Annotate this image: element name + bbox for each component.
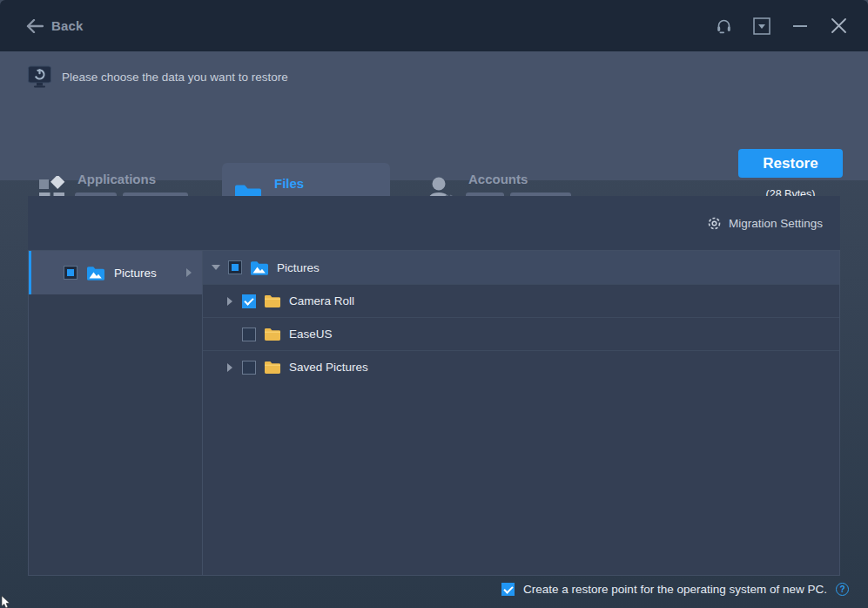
minimize-icon[interactable] xyxy=(791,17,809,35)
yellow-folder-icon xyxy=(264,328,281,341)
restore-prompt-text: Please choose the data you want to resto… xyxy=(62,71,288,84)
close-icon[interactable] xyxy=(830,17,847,35)
tree-checkbox-camera-roll[interactable] xyxy=(242,294,256,308)
restore-prompt: Please choose the data you want to resto… xyxy=(28,65,288,89)
file-tree-panel: Pictures Camera Roll EaseUS xyxy=(203,250,840,576)
app-window: Back xyxy=(0,0,868,608)
chevron-right-icon xyxy=(186,268,192,277)
tree-row-label: EaseUS xyxy=(289,328,333,341)
migration-settings-button[interactable]: Migration Settings xyxy=(729,217,823,230)
tree-checkbox-pictures[interactable] xyxy=(228,260,242,274)
expander-collapsed-icon[interactable] xyxy=(225,363,234,372)
window-controls xyxy=(715,17,847,35)
restore-button[interactable]: Restore xyxy=(738,149,843,178)
back-label: Back xyxy=(51,18,84,33)
tree-row-pictures[interactable]: Pictures xyxy=(203,251,839,284)
tab-applications-label: Applications xyxy=(77,172,188,186)
category-list-panel: Pictures xyxy=(28,250,203,576)
pictures-folder-icon xyxy=(250,260,269,275)
list-item-pictures[interactable]: Pictures xyxy=(29,251,202,294)
tree-row-camera-roll[interactable]: Camera Roll xyxy=(203,284,839,317)
expander-expanded-icon[interactable] xyxy=(212,265,220,270)
gear-icon xyxy=(707,216,722,231)
expander-collapsed-icon[interactable] xyxy=(225,297,234,306)
pictures-checkbox[interactable] xyxy=(64,266,77,280)
restore-point-checkbox[interactable] xyxy=(501,583,515,596)
back-arrow-icon xyxy=(26,19,44,33)
header-strip: Please choose the data you want to resto… xyxy=(0,51,868,180)
tree-checkbox-easeus[interactable] xyxy=(242,328,256,341)
list-item-label: Pictures xyxy=(114,267,157,280)
window-menu-icon[interactable] xyxy=(753,17,770,35)
restore-point-label: Create a restore point for the operating… xyxy=(523,583,827,596)
restore-area: Restore (28 Bytes) xyxy=(738,149,843,200)
tree-row-easeus[interactable]: EaseUS xyxy=(203,317,839,350)
migration-settings-bar: Migration Settings xyxy=(28,196,840,250)
titlebar: Back xyxy=(0,0,868,51)
yellow-folder-icon xyxy=(264,294,281,308)
pictures-folder-icon xyxy=(86,266,105,280)
monitor-restore-icon xyxy=(28,65,51,89)
tree-row-label: Saved Pictures xyxy=(289,361,368,374)
mouse-cursor xyxy=(1,596,10,608)
tab-files-label: Files xyxy=(274,176,383,191)
help-icon[interactable]: ? xyxy=(836,583,849,596)
tree-row-label: Pictures xyxy=(277,261,320,274)
yellow-folder-icon xyxy=(264,361,281,375)
restore-point-option: Create a restore point for the operating… xyxy=(501,583,849,596)
tree-row-saved-pictures[interactable]: Saved Pictures xyxy=(203,350,839,383)
headset-support-icon[interactable] xyxy=(715,17,732,35)
back-button[interactable]: Back xyxy=(26,18,84,33)
tree-checkbox-saved-pictures[interactable] xyxy=(242,361,256,375)
tab-accounts-label: Accounts xyxy=(468,172,571,186)
tree-row-label: Camera Roll xyxy=(289,294,354,307)
